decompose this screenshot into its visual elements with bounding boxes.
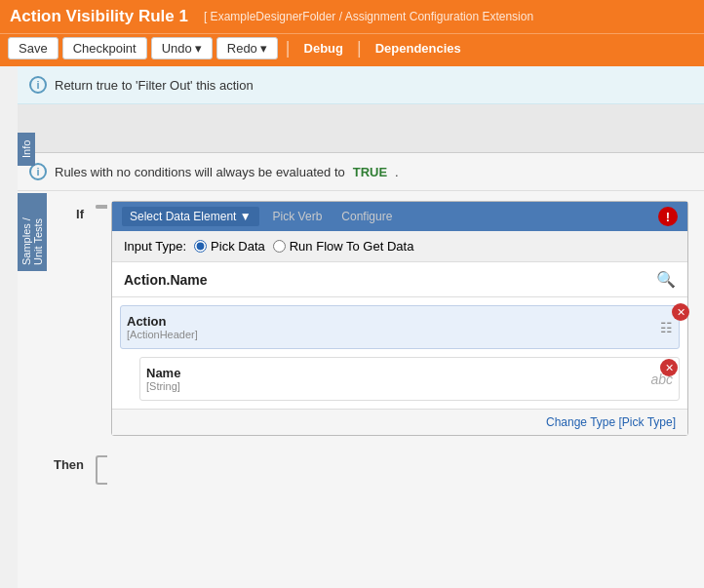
name-item-name: Name <box>146 366 180 380</box>
change-type-footer: Change Type [Pick Type] <box>112 409 687 435</box>
if-bracket-shape <box>96 205 107 209</box>
error-indicator: ! <box>658 207 678 226</box>
info-icon: i <box>29 76 47 94</box>
pick-data-radio[interactable] <box>194 240 207 253</box>
sidebar-item-samples[interactable]: Samples / Unit Tests <box>18 193 47 271</box>
input-type-row: Input Type: Pick Data Run Flow To Get Da… <box>112 231 687 262</box>
middle-area <box>18 104 704 153</box>
change-type-link[interactable]: Change Type <box>546 415 615 429</box>
undo-chevron-icon: ▾ <box>195 41 202 56</box>
info-banner: i Return true to 'Filter Out' this actio… <box>18 66 704 104</box>
input-type-label: Input Type: <box>124 239 186 254</box>
configure-tab[interactable]: Configure <box>335 207 398 226</box>
run-flow-option[interactable]: Run Flow To Get Data <box>273 239 414 254</box>
condition-block: Select Data Element ▼ Pick Verb Configur… <box>111 201 688 436</box>
tree-item-action: Action [ActionHeader] ☷ <box>120 305 680 349</box>
then-bracket-shape <box>96 455 107 485</box>
then-row: Then <box>25 451 696 489</box>
close-action-button[interactable]: ✕ <box>672 303 689 321</box>
pick-verb-tab[interactable]: Pick Verb <box>267 207 329 226</box>
debug-link[interactable]: Debug <box>298 38 349 59</box>
then-bracket <box>92 451 111 489</box>
pick-data-option[interactable]: Pick Data <box>194 239 265 254</box>
app-header: Action Visibility Rule 1 [ ExampleDesign… <box>0 0 704 33</box>
name-item-sub: [String] <box>146 380 180 392</box>
page-title: Action Visibility Rule 1 <box>10 7 188 26</box>
redo-chevron-icon: ▾ <box>260 41 267 56</box>
true-banner: i Rules with no conditions will always b… <box>18 153 704 191</box>
pick-type-link[interactable]: [Pick Type] <box>619 415 676 429</box>
action-item-sub: [ActionHeader] <box>127 329 198 340</box>
toolbar: Save Checkpoint Undo ▾ Redo ▾ | Debug | … <box>0 33 704 66</box>
tree-item-action-left: Action [ActionHeader] <box>127 314 198 340</box>
sidebar-item-info[interactable]: Info <box>18 133 35 166</box>
close-name-button[interactable]: ✕ <box>660 359 678 376</box>
save-button[interactable]: Save <box>8 37 59 59</box>
then-label: Then <box>33 451 92 472</box>
select-data-element-button[interactable]: Select Data Element ▼ <box>122 207 259 226</box>
info-banner-text: Return true to 'Filter Out' this action <box>55 78 254 93</box>
run-flow-radio[interactable] <box>273 240 286 253</box>
true-banner-text-suffix: . <box>395 165 399 179</box>
main-content: Info Samples / Unit Tests i Return true … <box>18 66 704 588</box>
action-item-name: Action <box>127 314 198 329</box>
select-de-bar: Select Data Element ▼ Pick Verb Configur… <box>112 202 687 231</box>
redo-button[interactable]: Redo ▾ <box>216 37 278 59</box>
if-row: If Select Data Element ▼ Pick Verb Confi… <box>25 201 696 442</box>
grid-icon: ☷ <box>660 320 673 335</box>
data-element-name: Action.Name <box>124 272 208 288</box>
if-bracket <box>92 201 111 213</box>
checkpoint-button[interactable]: Checkpoint <box>62 37 147 59</box>
tree-item-name-left: Name [String] <box>146 366 180 392</box>
true-banner-text-prefix: Rules with no conditions will always be … <box>55 165 345 179</box>
separator-2: | <box>357 38 362 59</box>
tree-item-name-field: Name [String] abc <box>139 357 680 401</box>
true-word: TRUE <box>353 165 387 179</box>
if-block: Select Data Element ▼ Pick Verb Configur… <box>111 201 688 442</box>
tree-item-action-wrapper: ✕ Action [ActionHeader] ☷ <box>112 305 687 349</box>
dependencies-link[interactable]: Dependencies <box>370 38 467 59</box>
search-icon[interactable]: 🔍 <box>656 270 676 289</box>
tree-item-name-wrapper: ✕ Name [String] abc <box>112 357 687 409</box>
undo-button[interactable]: Undo ▾ <box>151 37 213 59</box>
separator-1: | <box>286 38 291 59</box>
rule-builder: If Select Data Element ▼ Pick Verb Confi… <box>18 191 704 498</box>
breadcrumb: [ ExampleDesignerFolder / Assignment Con… <box>204 10 533 23</box>
de-name-row: Action.Name 🔍 <box>112 262 687 297</box>
